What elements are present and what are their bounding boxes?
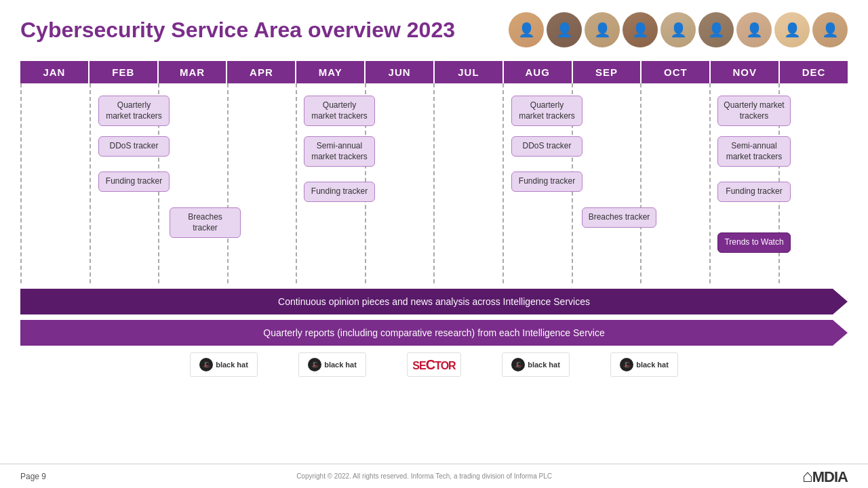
copyright-text: Copyright © 2022. All rights reserved. I…	[296, 472, 552, 480]
vline-feb	[90, 83, 91, 283]
card-breaches-sep: Breaches tracker	[582, 207, 656, 228]
card-qmt-feb: Quarterly market trackers	[98, 96, 170, 126]
quarterly-bar: Quarterly reports (including comparative…	[20, 320, 848, 346]
card-funding-aug: Funding tracker	[511, 171, 583, 192]
blackhat-icon: 🎩	[308, 358, 321, 371]
card-semi-may: Semi-annual market trackers	[304, 136, 375, 167]
avatar: 👤	[547, 12, 582, 47]
avatar: 👤	[774, 12, 810, 47]
logos-row: 🎩 black hat 🎩 black hat SECTOR 🎩 black h…	[20, 352, 848, 377]
card-breaches-mar: Breaches tracker	[170, 207, 241, 238]
page-footer: Page 9 Copyright © 2022. All rights rese…	[0, 464, 868, 488]
card-qmt-nov: Quarterly market trackers	[717, 96, 791, 126]
blackhat-icon: 🎩	[199, 358, 213, 371]
card-funding-may: Funding tracker	[304, 182, 375, 202]
avatar: 👤	[585, 12, 620, 47]
bars-section: Continuous opinion pieces and news analy…	[20, 289, 848, 346]
month-nov: NOV	[711, 61, 778, 83]
vline-aug	[502, 83, 504, 283]
logo-blackhat-2: 🎩 black hat	[298, 352, 366, 377]
blackhat-icon: 🎩	[620, 358, 633, 371]
card-funding-nov: Funding tracker	[717, 182, 791, 202]
month-mar: MAR	[159, 61, 226, 83]
logo-blackhat-4: 🎩 black hat	[610, 352, 678, 377]
logo-blackhat-1: 🎩 black hat	[190, 352, 258, 377]
month-headers: JAN FEB MAR APR MAY JUN JUL AUG SEP OCT …	[20, 61, 848, 83]
vline-may	[296, 83, 297, 283]
vline-apr	[227, 83, 229, 283]
page-title: Cybersecurity Service Area overview 2023	[20, 18, 455, 43]
vline-jan	[20, 83, 22, 283]
month-jun: JUN	[366, 61, 433, 83]
card-qmt-aug: Quarterly market trackers	[511, 96, 583, 126]
month-jul: JUL	[435, 61, 502, 83]
vline-oct	[640, 83, 642, 283]
avatar: 👤	[509, 12, 544, 47]
vline-jul	[433, 83, 435, 283]
card-trends-nov: Trends to Watch	[717, 232, 791, 253]
logo-sector: SECTOR	[407, 352, 461, 377]
avatar: 👤	[812, 12, 848, 47]
month-aug: AUG	[504, 61, 572, 83]
blackhat-icon: 🎩	[511, 358, 525, 371]
month-oct: OCT	[642, 61, 709, 83]
continuous-bar: Continuous opinion pieces and news analy…	[20, 289, 848, 314]
omdia-logo: ⌂MDIA	[802, 466, 848, 487]
month-apr: APR	[227, 61, 295, 83]
card-qmt-may: Quarterly market trackers	[304, 96, 375, 126]
team-avatars: 👤 👤 👤 👤 👤 👤 👤 👤 👤	[509, 12, 848, 47]
month-jan: JAN	[20, 61, 88, 83]
page-header: Cybersecurity Service Area overview 2023…	[0, 0, 868, 54]
avatar: 👤	[623, 12, 658, 47]
page-number: Page 9	[20, 472, 46, 481]
decorative-dots: (function(){ for(var r=0;r<5;r++){for(va…	[732, 409, 868, 464]
avatar: 👤	[736, 12, 772, 47]
card-semi-nov: Semi-annual market trackers	[717, 136, 791, 167]
card-ddos-aug: DDoS tracker	[511, 136, 583, 157]
month-may: MAY	[296, 61, 364, 83]
logo-blackhat-3: 🎩 black hat	[502, 352, 570, 377]
vline-nov	[709, 83, 711, 283]
timeline-content: Quarterly market trackers DDoS tracker F…	[20, 83, 848, 283]
avatar: 👤	[698, 12, 734, 47]
card-ddos-feb: DDoS tracker	[98, 136, 170, 157]
month-feb: FEB	[90, 61, 157, 83]
card-funding-feb: Funding tracker	[98, 171, 170, 192]
avatar: 👤	[660, 12, 696, 47]
month-dec: DEC	[780, 61, 848, 83]
month-sep: SEP	[573, 61, 641, 83]
